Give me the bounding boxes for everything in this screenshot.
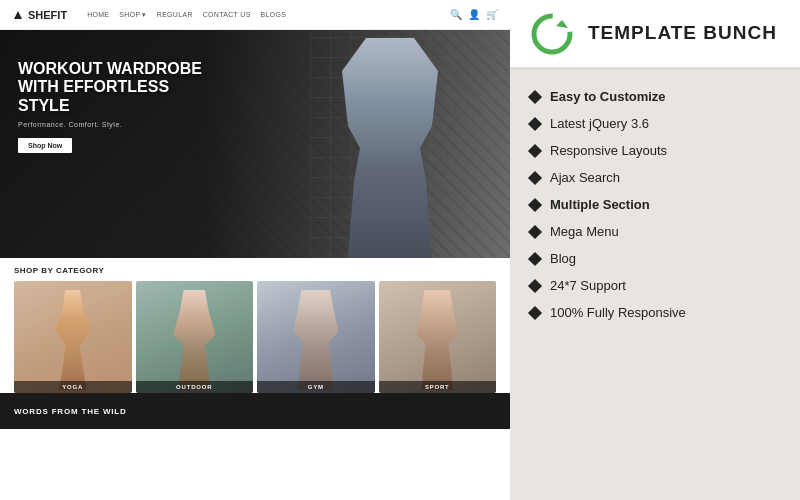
hero-title: WORKOUT WARDROBE WITH EFFORTLESS STYLE xyxy=(18,60,218,115)
category-sport[interactable]: SPORT xyxy=(379,281,497,393)
feature-text-8: 100% Fully Responsive xyxy=(550,305,686,320)
cat-bg-outdoor xyxy=(136,281,254,393)
diamond-icon-0 xyxy=(528,89,542,103)
category-outdoor[interactable]: OUTDOOR xyxy=(136,281,254,393)
nav-regular[interactable]: REGULAR xyxy=(157,11,193,19)
template-bunch-header: TEMPLATE BUNCH xyxy=(510,0,800,70)
yoga-figure xyxy=(38,290,109,391)
cat-bg-yoga xyxy=(14,281,132,393)
feature-item-5: Mega Menu xyxy=(530,219,780,244)
nav-shop[interactable]: SHOP ▾ xyxy=(119,11,146,19)
feature-text-6: Blog xyxy=(550,251,576,266)
account-icon[interactable]: 👤 xyxy=(468,9,480,20)
nav-icons: 🔍 👤 🛒 xyxy=(450,9,498,20)
nav-blogs[interactable]: BLOGS xyxy=(261,11,287,19)
diamond-icon-4 xyxy=(528,197,542,211)
category-yoga[interactable]: YOGA xyxy=(14,281,132,393)
cat-label-outdoor: OUTDOOR xyxy=(136,381,254,393)
feature-text-5: Mega Menu xyxy=(550,224,619,239)
feature-text-0: Easy to Customize xyxy=(550,89,666,104)
navbar: SHEFIT HOME SHOP ▾ REGULAR CONTACT US BL… xyxy=(0,0,510,30)
site-logo: SHEFIT xyxy=(12,9,67,21)
nav-contact[interactable]: CONTACT US xyxy=(203,11,251,19)
cart-icon[interactable]: 🛒 xyxy=(486,9,498,20)
svg-rect-2 xyxy=(546,28,558,40)
diamond-icon-1 xyxy=(528,116,542,130)
feature-text-7: 24*7 Support xyxy=(550,278,626,293)
diamond-icon-5 xyxy=(528,224,542,238)
feature-item-1: Latest jQuery 3.6 xyxy=(530,111,780,136)
cat-label-yoga: YOGA xyxy=(14,381,132,393)
category-grid: YOGA OUTDOOR GYM SPORT xyxy=(0,281,510,393)
category-gym[interactable]: GYM xyxy=(257,281,375,393)
diamond-icon-8 xyxy=(528,305,542,319)
feature-text-3: Ajax Search xyxy=(550,170,620,185)
diamond-icon-3 xyxy=(528,170,542,184)
right-panel: TEMPLATE BUNCH Easy to CustomizeLatest j… xyxy=(510,0,800,500)
features-list: Easy to CustomizeLatest jQuery 3.6Respon… xyxy=(510,80,800,329)
feature-text-2: Responsive Layouts xyxy=(550,143,667,158)
feature-item-2: Responsive Layouts xyxy=(530,138,780,163)
left-panel: SHEFIT HOME SHOP ▾ REGULAR CONTACT US BL… xyxy=(0,0,510,500)
feature-text-4: Multiple Section xyxy=(550,197,650,212)
hero-section: WORKOUT WARDROBE WITH EFFORTLESS STYLE P… xyxy=(0,30,510,258)
shop-now-button[interactable]: Shop Now xyxy=(18,138,72,153)
outdoor-figure xyxy=(159,290,230,391)
diamond-icon-6 xyxy=(528,251,542,265)
feature-item-6: Blog xyxy=(530,246,780,271)
cat-label-gym: GYM xyxy=(257,381,375,393)
cat-label-sport: SPORT xyxy=(379,381,497,393)
cat-bg-sport xyxy=(379,281,497,393)
feature-item-3: Ajax Search xyxy=(530,165,780,190)
logo-text: SHEFIT xyxy=(28,9,67,21)
hero-content: WORKOUT WARDROBE WITH EFFORTLESS STYLE P… xyxy=(18,60,218,153)
nav-links: HOME SHOP ▾ REGULAR CONTACT US BLOGS xyxy=(87,11,286,19)
words-from-wild-text: WORDS FROM THE WILD xyxy=(14,407,127,416)
bottom-strip: WORDS FROM THE WILD xyxy=(0,393,510,429)
nav-home[interactable]: HOME xyxy=(87,11,109,19)
feature-item-8: 100% Fully Responsive xyxy=(530,300,780,325)
sport-figure xyxy=(402,290,473,391)
feature-item-7: 24*7 Support xyxy=(530,273,780,298)
feature-text-1: Latest jQuery 3.6 xyxy=(550,116,649,131)
hero-subtitle: Performance. Comfort. Style. xyxy=(18,121,218,128)
shop-by-category-heading: SHOP BY CATEGORY xyxy=(0,258,510,281)
feature-item-4: Multiple Section xyxy=(530,192,780,217)
svg-marker-1 xyxy=(556,20,568,28)
template-bunch-logo-icon xyxy=(530,12,574,56)
template-bunch-title: TEMPLATE BUNCH xyxy=(588,23,777,44)
gym-figure xyxy=(281,290,352,391)
search-icon[interactable]: 🔍 xyxy=(450,9,462,20)
diamond-icon-7 xyxy=(528,278,542,292)
cat-bg-gym xyxy=(257,281,375,393)
feature-item-0: Easy to Customize xyxy=(530,84,780,109)
diamond-icon-2 xyxy=(528,143,542,157)
